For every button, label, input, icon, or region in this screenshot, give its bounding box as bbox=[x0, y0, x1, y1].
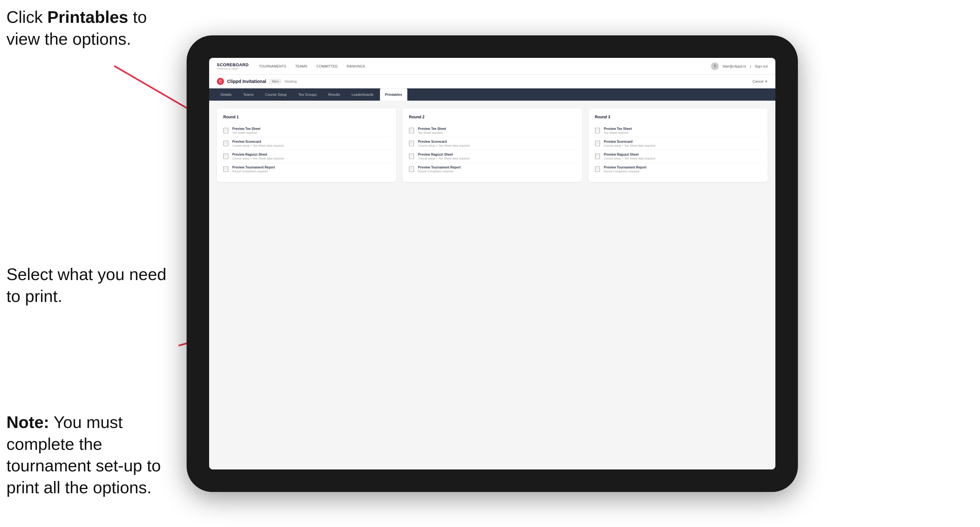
nav-separator: | bbox=[750, 64, 751, 68]
svg-rect-16 bbox=[224, 167, 228, 172]
nav-tournaments[interactable]: TOURNAMENTS bbox=[259, 63, 286, 70]
tab-tee-groups[interactable]: Tee Groups bbox=[293, 89, 322, 101]
nav-teams[interactable]: TEAMS bbox=[295, 63, 307, 70]
logo-subtitle: Powered by clippd bbox=[217, 67, 249, 70]
tab-navigation: Details Teams Course Setup Tee Groups Re… bbox=[209, 89, 775, 101]
round3-report-icon bbox=[595, 166, 601, 173]
round3-tee-sheet-title: Preview Tee Sheet bbox=[604, 127, 632, 130]
tournament-header: C Clippd Invitational Men Hosting Cancel… bbox=[209, 75, 775, 89]
round1-report-subtitle: Round Completion required bbox=[232, 170, 275, 173]
svg-rect-24 bbox=[409, 141, 414, 146]
tab-details[interactable]: Details bbox=[216, 89, 237, 101]
round2-tournament-report[interactable]: Preview Tournament Report Round Completi… bbox=[409, 163, 575, 176]
round-1-title: Round 1 bbox=[223, 115, 390, 119]
round1-raguzzi-text: Preview Raguzzi Sheet Course setup + Tee… bbox=[232, 153, 284, 160]
tee-sheet-icon bbox=[223, 128, 229, 134]
sign-out-link[interactable]: Sign out bbox=[755, 64, 768, 68]
round3-report-text: Preview Tournament Report Round Completi… bbox=[604, 166, 647, 173]
round3-raguzzi[interactable]: Preview Raguzzi Sheet Course setup + Tee… bbox=[595, 150, 761, 163]
round2-tee-sheet-title: Preview Tee Sheet bbox=[418, 127, 446, 130]
round2-report-icon bbox=[409, 166, 415, 173]
round1-tee-sheet[interactable]: Preview Tee Sheet Tee Sheet required bbox=[223, 124, 390, 137]
clippd-icon: C bbox=[217, 78, 224, 85]
round2-raguzzi[interactable]: Preview Raguzzi Sheet Course setup + Tee… bbox=[409, 150, 575, 163]
round-2-title: Round 2 bbox=[409, 115, 575, 119]
round2-tee-sheet-subtitle: Tee Sheet required bbox=[418, 131, 446, 134]
raguzzi-icon bbox=[223, 153, 229, 160]
top-nav-links: TOURNAMENTS TEAMS COMMITTEE RANKINGS bbox=[259, 63, 365, 70]
tab-printables[interactable]: Printables bbox=[380, 89, 407, 101]
round3-tournament-report[interactable]: Preview Tournament Report Round Completi… bbox=[595, 163, 761, 176]
svg-rect-28 bbox=[409, 154, 414, 159]
svg-rect-4 bbox=[224, 128, 228, 133]
round3-raguzzi-title: Preview Raguzzi Sheet bbox=[604, 153, 655, 156]
round-3-title: Round 3 bbox=[595, 115, 761, 119]
round3-report-subtitle: Round Completion required bbox=[604, 170, 647, 173]
round1-report-text: Preview Tournament Report Round Completi… bbox=[232, 166, 275, 173]
annotation-bottom: Note: You must complete the tournament s… bbox=[6, 411, 180, 498]
tournament-status: Hosting bbox=[285, 79, 297, 83]
round1-raguzzi[interactable]: Preview Raguzzi Sheet Course setup + Tee… bbox=[223, 150, 390, 163]
round3-report-title: Preview Tournament Report bbox=[604, 166, 647, 169]
round1-scorecard-title: Preview Scorecard bbox=[232, 140, 284, 143]
round3-scorecard-text: Preview Scorecard Course setup + Tee She… bbox=[604, 140, 655, 147]
round3-scorecard[interactable]: Preview Scorecard Course setup + Tee She… bbox=[595, 137, 761, 150]
scoreboard-logo: SCOREBOARD Powered by clippd bbox=[217, 62, 249, 70]
tournament-division: Men bbox=[269, 79, 281, 84]
round1-scorecard-subtitle: Course setup + Tee Sheet data required bbox=[232, 144, 284, 147]
user-email: blair@clippd.io bbox=[722, 64, 746, 68]
round3-tee-sheet-text: Preview Tee Sheet Tee Sheet required bbox=[604, 127, 632, 134]
round2-scorecard-icon bbox=[409, 141, 415, 147]
round3-scorecard-subtitle: Course setup + Tee Sheet data required bbox=[604, 144, 655, 147]
nav-committee[interactable]: COMMITTEE bbox=[317, 63, 338, 70]
tab-teams[interactable]: Teams bbox=[238, 89, 259, 101]
svg-rect-32 bbox=[409, 167, 414, 172]
annotation-bold-printables: Printables bbox=[47, 8, 128, 26]
user-avatar: B bbox=[711, 62, 719, 70]
round2-scorecard-title: Preview Scorecard bbox=[418, 140, 469, 143]
round2-tee-sheet-text: Preview Tee Sheet Tee Sheet required bbox=[418, 127, 446, 134]
nav-rankings[interactable]: RANKINGS bbox=[347, 63, 365, 70]
round2-report-text: Preview Tournament Report Round Completi… bbox=[418, 166, 461, 173]
round2-tee-sheet-icon bbox=[409, 128, 415, 134]
top-nav-left: SCOREBOARD Powered by clippd TOURNAMENTS… bbox=[217, 62, 365, 70]
round2-scorecard-subtitle: Course setup + Tee Sheet data required bbox=[418, 144, 469, 147]
cancel-icon: ✕ bbox=[765, 79, 768, 84]
round1-tee-sheet-text: Preview Tee Sheet Tee Sheet required bbox=[232, 127, 260, 134]
round2-tee-sheet[interactable]: Preview Tee Sheet Tee Sheet required bbox=[409, 124, 575, 137]
annotation-top-text: Click Printables toview the options. bbox=[6, 8, 147, 48]
round3-raguzzi-subtitle: Course setup + Tee Sheet data required bbox=[604, 157, 655, 160]
tab-leaderboards[interactable]: Leaderboards bbox=[347, 89, 379, 101]
round2-raguzzi-text: Preview Raguzzi Sheet Course setup + Tee… bbox=[418, 153, 469, 160]
round2-raguzzi-title: Preview Raguzzi Sheet bbox=[418, 153, 469, 156]
round1-raguzzi-title: Preview Raguzzi Sheet bbox=[232, 153, 284, 156]
round3-tee-sheet-subtitle: Tee Sheet required bbox=[604, 131, 632, 134]
round2-scorecard[interactable]: Preview Scorecard Course setup + Tee She… bbox=[409, 137, 575, 150]
round3-tee-sheet[interactable]: Preview Tee Sheet Tee Sheet required bbox=[595, 124, 761, 137]
rounds-grid: Round 1 Preview Tee Sheet bbox=[217, 108, 768, 182]
tournament-name: Clippd Invitational bbox=[227, 79, 266, 84]
tab-results[interactable]: Results bbox=[323, 89, 345, 101]
tablet-frame: SCOREBOARD Powered by clippd TOURNAMENTS… bbox=[187, 35, 798, 492]
annotation-top: Click Printables toview the options. bbox=[6, 6, 147, 50]
round1-tournament-report[interactable]: Preview Tournament Report Round Completi… bbox=[223, 163, 390, 176]
round1-scorecard[interactable]: Preview Scorecard Course setup + Tee She… bbox=[223, 137, 390, 150]
annotation-middle: Select what you need to print. bbox=[6, 264, 174, 307]
tablet-screen: SCOREBOARD Powered by clippd TOURNAMENTS… bbox=[209, 58, 775, 470]
scorecard-icon bbox=[223, 141, 229, 147]
svg-rect-40 bbox=[595, 141, 600, 146]
cancel-button[interactable]: Cancel ✕ bbox=[752, 79, 768, 84]
annotation-middle-text: Select what you need to print. bbox=[6, 265, 166, 305]
round-1-section: Round 1 Preview Tee Sheet bbox=[217, 108, 396, 182]
report-icon bbox=[223, 166, 229, 173]
top-nav-right: B blair@clippd.io | Sign out bbox=[711, 62, 768, 70]
top-nav-bar: SCOREBOARD Powered by clippd TOURNAMENTS… bbox=[209, 58, 775, 75]
svg-rect-36 bbox=[595, 128, 600, 133]
svg-rect-48 bbox=[595, 167, 600, 172]
round3-scorecard-title: Preview Scorecard bbox=[604, 140, 655, 143]
round3-raguzzi-icon bbox=[595, 153, 601, 160]
round1-raguzzi-subtitle: Course setup + Tee Sheet data required bbox=[232, 157, 284, 160]
round-3-section: Round 3 Preview Tee Sheet Tee Sheet requ… bbox=[589, 108, 768, 182]
round1-tee-sheet-title: Preview Tee Sheet bbox=[232, 127, 260, 130]
tab-course-setup[interactable]: Course Setup bbox=[260, 89, 292, 101]
